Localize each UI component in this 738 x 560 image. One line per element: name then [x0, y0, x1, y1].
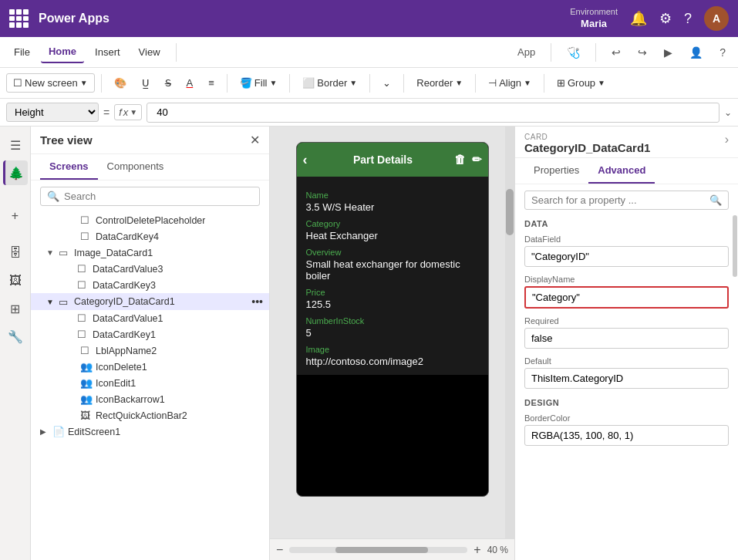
- phone-field-label-5: Image: [306, 345, 479, 354]
- list-item[interactable]: ☐ DataCardValue1: [31, 310, 269, 326]
- phone-delete-icon[interactable]: 🗑: [454, 153, 466, 167]
- vertical-scrollbar[interactable]: [505, 127, 514, 538]
- fx-button[interactable]: fx▼: [114, 104, 142, 120]
- border-button[interactable]: ⬜Border▼: [296, 74, 363, 92]
- property-search-box[interactable]: 🔍: [524, 191, 729, 210]
- stethoscope-icon[interactable]: 🩺: [561, 43, 586, 62]
- tree-search-box[interactable]: 🔍: [40, 187, 260, 206]
- horizontal-scrollbar[interactable]: [289, 547, 467, 553]
- bordercolor-input[interactable]: [524, 425, 729, 446]
- design-section-title: DESIGN: [524, 398, 729, 407]
- vertical-scrollbar-thumb[interactable]: [506, 189, 514, 235]
- tree-view-icon[interactable]: 🌲: [3, 160, 28, 185]
- list-item[interactable]: ☐ LblAppName2: [31, 342, 269, 359]
- align-text-icon: ⊣: [488, 77, 497, 89]
- checkbox-icon: ☐: [77, 329, 89, 340]
- horizontal-scrollbar-thumb[interactable]: [335, 547, 428, 553]
- list-item[interactable]: ☐ DataCardKey1: [31, 326, 269, 342]
- database-icon[interactable]: 🗄: [3, 241, 28, 265]
- zoom-out-button[interactable]: −: [276, 543, 283, 557]
- formula-expand-icon[interactable]: ⌄: [724, 107, 732, 118]
- group-button[interactable]: ⊞Group▼: [551, 74, 612, 92]
- components-icon[interactable]: ⊞: [3, 296, 28, 321]
- property-search-input[interactable]: [531, 194, 705, 206]
- add-icon[interactable]: +: [3, 204, 28, 228]
- list-item[interactable]: 👥 IconDelete1: [31, 359, 269, 375]
- tree-close-button[interactable]: ✕: [250, 133, 260, 147]
- tree-item-label: RectQuickActionBar2: [96, 410, 187, 421]
- categoryid-datacard-item[interactable]: ▼ ▭ CategoryID_DataCard1 •••: [31, 293, 269, 310]
- more-options-icon[interactable]: •••: [251, 295, 263, 308]
- phone-back-icon[interactable]: ‹: [303, 152, 308, 168]
- media-icon[interactable]: 🖼: [3, 268, 28, 293]
- notification-icon[interactable]: 🔔: [630, 10, 647, 27]
- settings-icon[interactable]: ⚙: [659, 10, 672, 27]
- list-item[interactable]: ▼ ▭ Image_DataCard1: [31, 245, 269, 261]
- list-item[interactable]: ☐ DataCardValue3: [31, 261, 269, 277]
- toolbar-sep-5: [403, 74, 404, 93]
- fill-icon: 🪣: [240, 77, 252, 89]
- font-color-button[interactable]: A: [180, 74, 200, 92]
- tab-advanced[interactable]: Advanced: [588, 158, 655, 184]
- datafield-input[interactable]: [524, 246, 729, 267]
- help-menu-icon[interactable]: ?: [713, 43, 732, 62]
- list-item[interactable]: ☐ DataCardKey4: [31, 228, 269, 245]
- arrow: ▼: [46, 248, 56, 257]
- align-text-button[interactable]: ⊣Align▼: [482, 74, 537, 92]
- formula-input-wrap[interactable]: [147, 103, 719, 123]
- list-item[interactable]: ▶ 📄 EditScreen1: [31, 423, 269, 440]
- tab-components[interactable]: Components: [98, 154, 174, 180]
- reorder-button[interactable]: Reorder▼: [410, 74, 469, 92]
- tree-item-label: DataCardValue1: [93, 313, 163, 324]
- list-item[interactable]: 👥 IconEdit1: [31, 375, 269, 391]
- play-icon[interactable]: ▶: [658, 43, 679, 62]
- main-layout: ☰ 🌲 + 🗄 🖼 ⊞ 🔧 Tree view ✕ Screens Compon…: [0, 127, 738, 560]
- formula-input[interactable]: [152, 105, 714, 120]
- default-input[interactable]: [524, 368, 729, 389]
- undo-icon[interactable]: ↩: [605, 43, 627, 62]
- checkbox-icon: ☐: [80, 231, 93, 242]
- format-paint-button[interactable]: 🎨: [108, 74, 133, 92]
- more-button[interactable]: ⌄: [376, 74, 397, 92]
- checkbox-icon: ☐: [80, 214, 93, 226]
- avatar[interactable]: A: [704, 6, 729, 31]
- person-icon[interactable]: 👤: [683, 43, 709, 62]
- menu-insert[interactable]: Insert: [87, 42, 128, 62]
- zoom-level: 40 %: [487, 545, 508, 555]
- phone-edit-icon[interactable]: ✏: [472, 153, 482, 167]
- redo-icon[interactable]: ↪: [632, 43, 653, 62]
- tab-screens[interactable]: Screens: [40, 154, 98, 180]
- tools-icon[interactable]: 🔧: [3, 324, 28, 349]
- menu-file[interactable]: File: [6, 42, 38, 62]
- menu-view[interactable]: View: [131, 42, 168, 62]
- list-item[interactable]: 🖼 RectQuickActionBar2: [31, 407, 269, 423]
- align-icon: ≡: [208, 77, 214, 89]
- list-item[interactable]: ☐ DataCardKey3: [31, 277, 269, 293]
- zoom-in-button[interactable]: +: [473, 543, 480, 557]
- tree-item-label: Image_DataCard1: [74, 248, 153, 258]
- waffle-icon[interactable]: [9, 9, 28, 28]
- property-select[interactable]: Height: [6, 103, 99, 122]
- format-paint-icon: 🎨: [114, 77, 126, 89]
- hamburger-icon[interactable]: ☰: [3, 133, 28, 157]
- canvas-scroll[interactable]: ‹ Part Details 🗑 ✏ Name 3.5 W/S Heater C…: [270, 127, 514, 538]
- panel-expand-icon[interactable]: ›: [725, 133, 729, 147]
- phone-field-label-4: NumberInStock: [306, 316, 479, 326]
- tree-item-label: IconBackarrow1: [96, 394, 165, 405]
- help-icon[interactable]: ?: [684, 11, 692, 27]
- list-item[interactable]: 👥 IconBackarrow1: [31, 391, 269, 407]
- displayname-input[interactable]: [524, 286, 729, 309]
- tree-search-input[interactable]: [64, 191, 253, 202]
- required-input[interactable]: [524, 328, 729, 349]
- right-panel-scrollbar-thumb[interactable]: [733, 215, 737, 277]
- menu-home[interactable]: Home: [41, 41, 84, 63]
- underline-button[interactable]: U̲: [136, 74, 156, 92]
- align-button[interactable]: ≡: [202, 74, 221, 92]
- new-screen-button[interactable]: ☐ New screen ▼: [6, 73, 95, 93]
- right-panel-scrollbar[interactable]: [732, 184, 738, 560]
- fill-button[interactable]: 🪣Fill▼: [234, 74, 284, 92]
- tab-properties[interactable]: Properties: [524, 158, 588, 184]
- phone-frame: ‹ Part Details 🗑 ✏ Name 3.5 W/S Heater C…: [296, 142, 489, 497]
- list-item[interactable]: ☐ ControlDeletePlaceholder: [31, 212, 269, 228]
- strikethrough-button[interactable]: S̶: [159, 74, 177, 92]
